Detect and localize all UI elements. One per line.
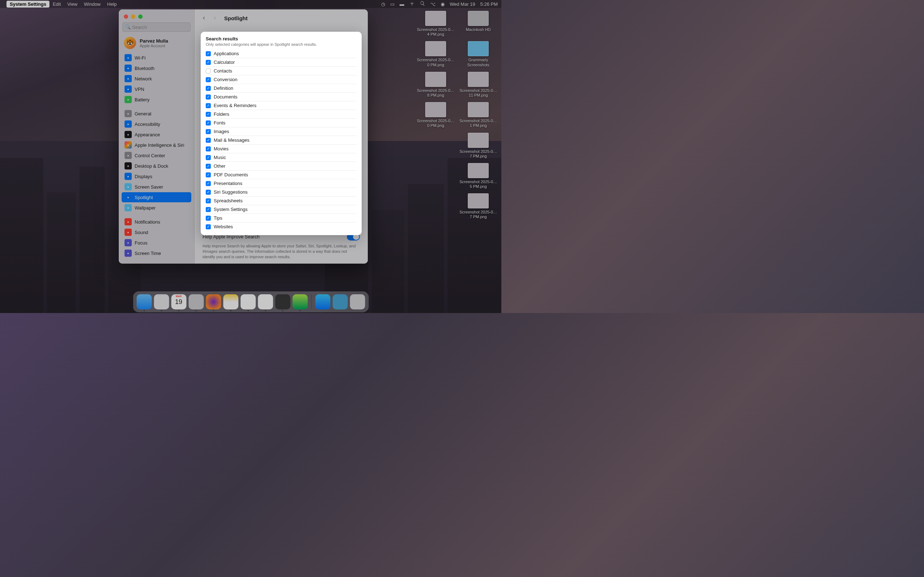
checkbox[interactable]: ✓: [206, 207, 211, 212]
display-icon[interactable]: ▭: [390, 2, 394, 7]
spotlight-icon[interactable]: [420, 1, 425, 7]
checkbox[interactable]: ✓: [206, 155, 211, 160]
desktop-icon[interactable]: Screenshot 2025-0…11 PM.png: [458, 72, 498, 98]
dock-calendar[interactable]: MAR19: [171, 294, 186, 309]
result-row[interactable]: ✓Websites: [206, 222, 357, 231]
menu-edit[interactable]: Edit: [50, 1, 64, 8]
sidebar-item-battery[interactable]: ●Battery: [122, 95, 191, 105]
checkbox[interactable]: ✓: [206, 51, 211, 56]
sidebar-item-screen-time[interactable]: ●Screen Time: [122, 248, 191, 258]
menu-app-name[interactable]: System Settings: [6, 1, 50, 8]
forward-button[interactable]: [211, 15, 218, 22]
result-row[interactable]: ✓Spreadsheets: [206, 197, 357, 205]
desktop-icon[interactable]: Screenshot 2025-0…1 PM.png: [458, 102, 498, 128]
desktop-icon[interactable]: Screenshot 2025-0…0 PM.png: [415, 102, 456, 128]
close-button[interactable]: [124, 15, 128, 19]
dock-launchpad[interactable]: [154, 294, 169, 309]
dock-finder[interactable]: [136, 294, 152, 309]
sidebar-item-focus[interactable]: ●Focus: [122, 238, 191, 248]
sidebar-item-displays[interactable]: ●Displays: [122, 171, 191, 181]
checkbox[interactable]: ✓: [206, 198, 211, 203]
result-row[interactable]: ✓Calculator: [206, 58, 357, 67]
checkbox[interactable]: ✓: [206, 224, 211, 229]
result-row[interactable]: ✓Applications: [206, 49, 357, 58]
menu-window[interactable]: Window: [81, 1, 104, 8]
sidebar-item-spotlight[interactable]: ●Spotlight: [122, 192, 191, 202]
search-input[interactable]: [122, 23, 191, 32]
menubar-time[interactable]: 5:26 PM: [480, 2, 498, 7]
dock-downloads[interactable]: [333, 294, 347, 309]
sidebar-item-wallpaper[interactable]: ●Wallpaper: [122, 203, 191, 213]
minimize-button[interactable]: [131, 15, 135, 19]
checkbox[interactable]: ✓: [206, 60, 211, 65]
checkbox[interactable]: ✓: [206, 181, 211, 186]
desktop-icon[interactable]: Grammarly Screenshots: [458, 41, 498, 67]
result-row[interactable]: ✓Other: [206, 162, 357, 171]
result-row[interactable]: Contacts: [206, 67, 357, 76]
dock-appstore[interactable]: [315, 294, 330, 309]
checkbox[interactable]: ✓: [206, 190, 211, 195]
sidebar-item-lock-screen[interactable]: ●Lock Screen: [122, 262, 191, 264]
desktop-icon[interactable]: Screenshot 2025-0…7 PM.png: [458, 133, 498, 159]
desktop-icon[interactable]: Screenshot 2025-0…4 PM.png: [415, 11, 456, 37]
result-row[interactable]: ✓Conversion: [206, 76, 357, 84]
checkbox[interactable]: ✓: [206, 147, 211, 152]
checkbox[interactable]: ✓: [206, 77, 211, 82]
menu-view[interactable]: View: [64, 1, 81, 8]
result-row[interactable]: ✓Siri Suggestions: [206, 188, 357, 197]
result-row[interactable]: ✓Tips: [206, 214, 357, 222]
wifi-icon[interactable]: [409, 1, 415, 7]
result-row[interactable]: ✓System Settings: [206, 205, 357, 214]
checkbox[interactable]: ✓: [206, 112, 211, 117]
sidebar-item-vpn[interactable]: ●VPN: [122, 84, 191, 94]
checkbox[interactable]: [206, 69, 211, 74]
sidebar-item-bluetooth[interactable]: ●Bluetooth: [122, 63, 191, 73]
checkbox[interactable]: ✓: [206, 216, 211, 221]
sidebar-item-appearance[interactable]: ●Appearance: [122, 129, 191, 140]
result-row[interactable]: ✓Movies: [206, 145, 357, 153]
desktop-icon[interactable]: Screenshot 2025-0…0 PM.png: [415, 41, 456, 67]
checkbox[interactable]: ✓: [206, 103, 211, 108]
sidebar-item-general[interactable]: ●General: [122, 108, 191, 119]
result-row[interactable]: ✓Music: [206, 153, 357, 162]
result-row[interactable]: ✓PDF Documents: [206, 171, 357, 179]
dock-settings[interactable]: [188, 294, 204, 309]
desktop-icon[interactable]: Screenshot 2025-0…8 PM.png: [415, 72, 456, 98]
checkbox[interactable]: ✓: [206, 95, 211, 100]
sidebar-item-sound[interactable]: ●Sound: [122, 227, 191, 237]
dock-apple-music[interactable]: [241, 294, 255, 309]
desktop-icon[interactable]: Screenshot 2025-0…7 PM.png: [458, 193, 498, 219]
result-row[interactable]: ✓Mail & Messages: [206, 136, 357, 145]
result-row[interactable]: ✓Events & Reminders: [206, 102, 357, 110]
battery-icon[interactable]: ▬: [399, 2, 404, 7]
sidebar-item-control-center[interactable]: ●Control Center: [122, 150, 191, 161]
dock-sublime[interactable]: [275, 294, 290, 309]
result-row[interactable]: ✓Images: [206, 127, 357, 136]
dock-notes[interactable]: [223, 294, 238, 309]
status-icon[interactable]: ◷: [381, 2, 385, 7]
menu-help[interactable]: Help: [104, 1, 120, 8]
sidebar-item-apple-intelligence-siri[interactable]: ●Apple Intelligence & Siri: [122, 140, 191, 150]
sidebar-item-desktop-dock[interactable]: ●Desktop & Dock: [122, 161, 191, 171]
checkbox[interactable]: ✓: [206, 172, 211, 177]
back-button[interactable]: [200, 15, 208, 22]
dock-trash[interactable]: [350, 294, 365, 309]
checkbox[interactable]: ✓: [206, 121, 211, 126]
dock-firefox[interactable]: [206, 294, 221, 309]
siri-icon[interactable]: ◉: [441, 2, 445, 7]
maximize-button[interactable]: [138, 15, 142, 19]
result-row[interactable]: ✓Folders: [206, 110, 357, 119]
control-center-icon[interactable]: ⌥: [430, 2, 436, 7]
result-row[interactable]: ✓Documents: [206, 93, 357, 102]
dock-chrome[interactable]: [258, 294, 273, 309]
menubar-date[interactable]: Wed Mar 19: [450, 2, 475, 7]
checkbox[interactable]: ✓: [206, 138, 211, 143]
sidebar-item-notifications[interactable]: ●Notifications: [122, 217, 191, 227]
account-row[interactable]: 🐯 Parvez Mulla Apple Account: [119, 35, 194, 53]
checkbox[interactable]: ✓: [206, 129, 211, 134]
desktop-icon[interactable]: Screenshot 2025-0…5 PM.png: [458, 163, 498, 189]
dock-activity[interactable]: [292, 294, 307, 309]
result-row[interactable]: ✓Fonts: [206, 119, 357, 127]
checkbox[interactable]: ✓: [206, 164, 211, 169]
sidebar-item-accessibility[interactable]: ●Accessibility: [122, 119, 191, 129]
